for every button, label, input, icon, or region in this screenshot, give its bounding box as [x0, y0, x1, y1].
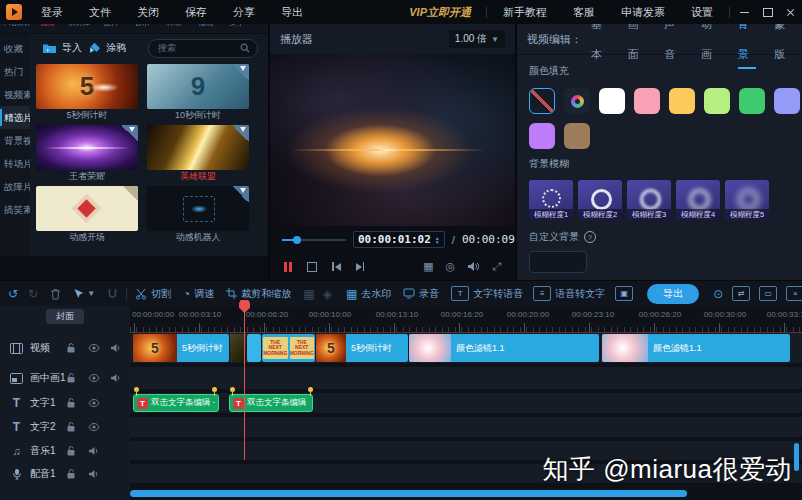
search-box[interactable]: [148, 39, 258, 58]
tab-mask[interactable]: 蒙版: [765, 24, 802, 69]
category-hot[interactable]: 热门: [0, 60, 30, 83]
time-stepper[interactable]: ▲▼: [435, 236, 440, 244]
clip-countdown-1[interactable]: 5 5秒倒计时: [133, 334, 229, 362]
speaker-icon[interactable]: [110, 373, 122, 383]
speed-button[interactable]: ◔ 调速: [183, 287, 214, 301]
previous-frame-button[interactable]: [332, 262, 341, 271]
delete-segment-button[interactable]: ×: [786, 286, 802, 301]
keyframe-pin[interactable]: [212, 387, 217, 392]
snapshot-button[interactable]: ◎: [446, 260, 456, 273]
blur-level-2[interactable]: 模糊程度2: [578, 180, 622, 220]
seek-handle[interactable]: [293, 236, 301, 244]
tab-picture[interactable]: 画面: [619, 24, 656, 69]
swatch-pink[interactable]: [634, 88, 660, 114]
pause-button[interactable]: [284, 262, 292, 272]
category-video-assets[interactable]: 视频素: [0, 83, 30, 106]
text-clip-1[interactable]: T 双击文字条编辑 - 左: [133, 394, 219, 412]
menu-file[interactable]: 文件: [76, 0, 124, 24]
blur-level-4[interactable]: 模糊程度4: [676, 180, 720, 220]
cover-button[interactable]: 封面: [46, 309, 84, 324]
swatch-brown[interactable]: [564, 123, 590, 149]
snap-button[interactable]: [107, 288, 118, 299]
lock-icon[interactable]: [66, 422, 76, 433]
category-transitions[interactable]: 转场片: [0, 152, 30, 175]
menu-invoice[interactable]: 申请发票: [608, 0, 678, 24]
import-button[interactable]: 导入: [42, 41, 82, 55]
media-item-countdown10[interactable]: 9 10秒倒计时: [147, 64, 249, 122]
menu-tutorial[interactable]: 新手教程: [490, 0, 560, 24]
menu-share[interactable]: 分享: [220, 0, 268, 24]
select-tool-button[interactable]: ▼: [73, 288, 95, 300]
menu-settings[interactable]: 设置: [678, 0, 726, 24]
swatch-none[interactable]: [529, 88, 555, 114]
media-item-kings-glory[interactable]: 王者荣耀: [36, 125, 138, 183]
swatch-white[interactable]: [599, 88, 625, 114]
keyframe-pin[interactable]: [230, 387, 235, 392]
blur-level-5[interactable]: 模糊程度5: [725, 180, 769, 220]
poster-frame-button[interactable]: ▣: [615, 286, 633, 301]
category-funny[interactable]: 搞笑素: [0, 198, 30, 221]
menu-close-project[interactable]: 关闭: [124, 0, 172, 24]
playback-speed-select[interactable]: 1.00 倍 ▼: [449, 30, 505, 48]
crop-zoom-button[interactable]: 裁剪和缩放: [226, 287, 291, 301]
menu-save[interactable]: 保存: [172, 0, 220, 24]
menu-support[interactable]: 客服: [560, 0, 608, 24]
minimize-button[interactable]: [733, 0, 756, 24]
eye-icon[interactable]: [88, 344, 100, 353]
tab-animation[interactable]: 动画: [692, 24, 729, 69]
split-view-button[interactable]: ▦: [423, 260, 433, 273]
doodle-button[interactable]: 涂鸦: [88, 41, 126, 55]
eye-icon[interactable]: [88, 374, 100, 383]
reverse-button[interactable]: ⇄: [732, 286, 750, 301]
remove-watermark-button[interactable]: ▦ 去水印: [346, 287, 391, 301]
vertical-scrollbar[interactable]: [794, 443, 799, 471]
maximize-button[interactable]: [756, 0, 779, 24]
category-featured[interactable]: 精选片: [0, 106, 30, 129]
media-item-countdown5[interactable]: 5 5秒倒计时: [36, 64, 138, 122]
category-glitch[interactable]: 故障片: [0, 175, 30, 198]
media-item-dynamic-robot[interactable]: 动感机器人: [147, 186, 249, 244]
swatch-periwinkle[interactable]: [774, 88, 800, 114]
speaker-icon[interactable]: [88, 446, 100, 456]
swatch-light-green[interactable]: [704, 88, 730, 114]
speech-to-text-button[interactable]: ≡ 语音转文字: [533, 286, 605, 301]
lock-icon[interactable]: [66, 373, 76, 384]
clip-transition[interactable]: [247, 334, 261, 362]
marker-button[interactable]: ⊙: [713, 287, 723, 301]
swatch-purple[interactable]: [529, 123, 555, 149]
fullscreen-button[interactable]: ⤢: [492, 260, 501, 273]
media-item-dynamic-opening[interactable]: 动感开场: [36, 186, 138, 244]
eye-icon[interactable]: [88, 399, 100, 408]
menu-export[interactable]: 导出: [268, 0, 316, 24]
swatch-color-picker[interactable]: [564, 88, 590, 114]
lock-icon[interactable]: [66, 468, 76, 479]
undo-button[interactable]: ↺: [8, 287, 18, 301]
close-button[interactable]: [779, 0, 802, 24]
delete-button[interactable]: [50, 288, 61, 300]
blur-level-1[interactable]: 模糊程度1: [529, 180, 573, 220]
category-backgrounds[interactable]: 背景视: [0, 129, 30, 152]
redo-button[interactable]: ↻: [28, 287, 38, 301]
current-time-field[interactable]: 00:00:01:02 ▲▼: [353, 231, 445, 248]
clip-color-filter-2[interactable]: 颜色滤镜1.1: [602, 334, 790, 362]
horizontal-scrollbar[interactable]: [130, 490, 687, 497]
keyframe-pin[interactable]: [308, 387, 313, 392]
speaker-icon[interactable]: [110, 343, 122, 353]
lock-icon[interactable]: [66, 398, 76, 409]
custom-background-add-tile[interactable]: [529, 251, 587, 273]
search-input[interactable]: [156, 42, 240, 54]
canvas-button[interactable]: ▭: [759, 286, 777, 301]
text-clip-2[interactable]: T 双击文字条编辑 - 左: [229, 394, 313, 412]
vip-upgrade-button[interactable]: VIP立即开通: [401, 5, 479, 20]
mosaic-button[interactable]: ▦: [303, 287, 314, 301]
effect-button[interactable]: ◈: [323, 287, 332, 301]
clip-countdown-2[interactable]: 5 5秒倒计时: [316, 334, 408, 362]
media-item-league[interactable]: 英雄联盟: [147, 125, 249, 183]
cut-button[interactable]: 切割: [135, 287, 171, 301]
speaker-icon[interactable]: [88, 469, 100, 479]
text-to-speech-button[interactable]: T 文字转语音: [451, 286, 523, 301]
info-icon[interactable]: ?: [584, 231, 596, 243]
swatch-yellow[interactable]: [669, 88, 695, 114]
swatch-green[interactable]: [739, 88, 765, 114]
lock-icon[interactable]: [66, 445, 76, 456]
